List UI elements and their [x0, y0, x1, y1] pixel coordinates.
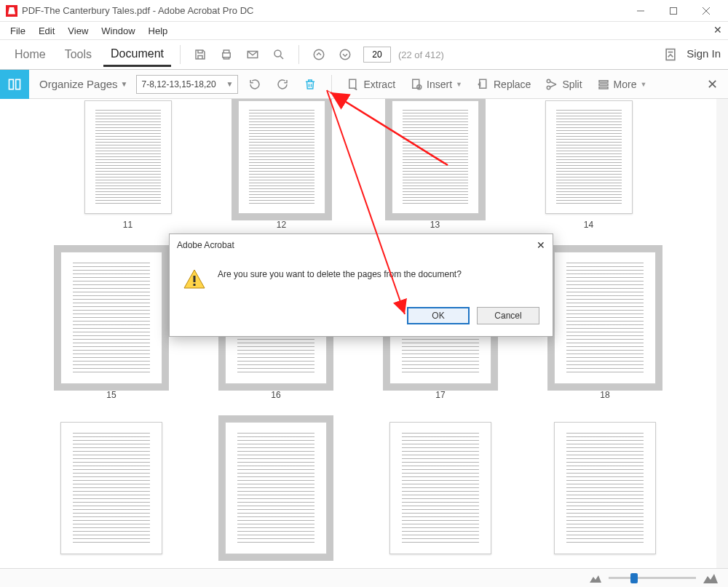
organize-toolbar: Organize Pages▼ 7-8,12-13,15-18,20▼ Extr…: [0, 70, 728, 99]
page-thumb-14[interactable]: [545, 100, 633, 214]
split-label: Split: [562, 79, 582, 90]
nav-document[interactable]: Document: [103, 43, 171, 67]
organize-panel-icon[interactable]: [0, 70, 29, 99]
mail-icon[interactable]: [242, 44, 264, 65]
dialog-close-icon[interactable]: ✕: [537, 239, 545, 251]
organize-pages-label: Organize Pages: [39, 78, 118, 90]
ok-button[interactable]: OK: [407, 307, 470, 324]
page-label: 16: [271, 390, 280, 400]
page-label: 12: [277, 220, 286, 230]
rotate-cw-icon[interactable]: [272, 73, 293, 95]
nav-tools[interactable]: Tools: [58, 44, 99, 65]
replace-label: Replace: [494, 79, 531, 90]
zoom-slider[interactable]: [609, 577, 696, 579]
document-close-button[interactable]: ✕: [713, 24, 722, 36]
search-icon[interactable]: [268, 44, 290, 65]
confirm-dialog: Adobe Acrobat ✕ Are you sure you want to…: [169, 233, 553, 337]
page-range-input[interactable]: 7-8,12-13,15-18,20▼: [136, 75, 238, 94]
page-label: 17: [435, 390, 445, 400]
signin-label: Sign In: [687, 47, 721, 60]
signin[interactable]: Sign In: [656, 47, 721, 62]
page-label: 11: [123, 220, 132, 230]
minimize-button[interactable]: [624, 0, 657, 22]
svg-point-13: [547, 79, 551, 83]
status-bar: [0, 568, 728, 587]
titlebar: PDF-The Canterbury Tales.pdf - Adobe Acr…: [0, 0, 728, 22]
extract-button[interactable]: Extract: [342, 78, 400, 91]
insert-button[interactable]: Insert▼: [405, 78, 467, 91]
menu-file[interactable]: File: [4, 23, 31, 39]
svg-rect-9: [349, 79, 356, 88]
page-thumb-15[interactable]: [60, 252, 162, 384]
svg-point-5: [340, 49, 350, 60]
page-thumb-21[interactable]: [389, 422, 491, 554]
delete-icon[interactable]: [299, 73, 321, 95]
organize-pages-dropdown[interactable]: Organize Pages▼: [39, 78, 130, 90]
svg-rect-15: [599, 80, 608, 81]
more-label: More: [614, 79, 637, 90]
svg-point-14: [547, 86, 551, 89]
page-up-icon[interactable]: [308, 44, 330, 65]
svg-rect-17: [599, 87, 608, 88]
dialog-title: Adobe Acrobat: [177, 240, 234, 250]
page-label: 14: [584, 220, 593, 230]
page-thumb-11[interactable]: [84, 100, 172, 214]
print-icon[interactable]: [215, 44, 237, 65]
page-down-icon[interactable]: [334, 44, 356, 65]
svg-rect-18: [194, 276, 196, 282]
menubar: File Edit View Window Help ✕: [0, 22, 728, 39]
svg-rect-8: [16, 79, 20, 89]
svg-point-4: [314, 49, 324, 60]
svg-point-3: [274, 50, 281, 57]
scrollbar-thumb[interactable]: [718, 113, 727, 157]
more-button[interactable]: More▼: [593, 78, 652, 91]
window-title: PDF-The Canterbury Tales.pdf - Adobe Acr…: [22, 5, 624, 16]
page-thumb-19[interactable]: [60, 422, 162, 554]
svg-rect-19: [194, 284, 196, 286]
page-label: 13: [430, 220, 440, 230]
svg-rect-16: [599, 84, 608, 85]
zoom-out-icon[interactable]: [590, 574, 601, 583]
extract-label: Extract: [363, 79, 395, 90]
close-button[interactable]: [689, 0, 722, 22]
page-thumb-20[interactable]: [225, 422, 327, 554]
replace-button[interactable]: Replace: [472, 78, 535, 91]
insert-label: Insert: [427, 79, 452, 90]
thumbnail-area: 11 12 13 14 15 16 17 18: [0, 99, 728, 586]
save-icon[interactable]: [189, 44, 211, 65]
page-label: 15: [106, 390, 116, 400]
close-tool-icon[interactable]: ✕: [704, 76, 721, 92]
menu-help[interactable]: Help: [143, 23, 174, 39]
page-number-input[interactable]: [363, 47, 391, 63]
menu-edit[interactable]: Edit: [33, 23, 60, 39]
svg-rect-7: [9, 79, 14, 89]
menu-window[interactable]: Window: [95, 23, 141, 39]
main-toolbar: Home Tools Document (22 of 412) Sign In: [0, 39, 728, 70]
split-button[interactable]: Split: [541, 78, 586, 91]
nav-home[interactable]: Home: [7, 44, 53, 65]
maximize-button[interactable]: [657, 0, 689, 22]
page-thumb-18[interactable]: [554, 252, 656, 384]
page-range-value: 7-8,12-13,15-18,20: [141, 79, 215, 89]
acrobat-icon: [6, 5, 17, 17]
page-thumb-12[interactable]: [238, 100, 325, 214]
svg-rect-1: [223, 53, 231, 57]
page-count-label: (22 of 412): [398, 49, 444, 60]
svg-rect-0: [670, 7, 676, 14]
page-thumb-22[interactable]: [554, 422, 656, 554]
page-label: 18: [600, 390, 609, 400]
menu-view[interactable]: View: [62, 23, 94, 39]
dialog-message: Are you sure you want to delete the page…: [218, 268, 462, 279]
cancel-button[interactable]: Cancel: [477, 307, 539, 324]
page-thumb-13[interactable]: [392, 100, 479, 214]
zoom-in-icon[interactable]: [703, 573, 718, 583]
rotate-ccw-icon[interactable]: [244, 73, 266, 95]
warning-icon: [183, 268, 206, 291]
